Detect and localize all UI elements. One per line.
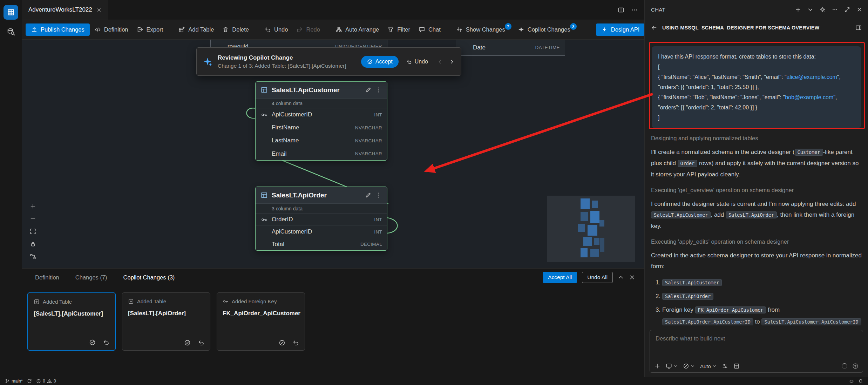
edit-table-icon[interactable]	[365, 192, 372, 198]
publish-changes-label: Publish Changes	[41, 26, 84, 33]
zoom-fit-button[interactable]	[28, 227, 38, 236]
notifications-bell[interactable]	[856, 379, 865, 384]
canvas-minimap[interactable]	[547, 196, 635, 262]
table-row[interactable]: Total DECIMAL	[256, 238, 387, 250]
chat-button[interactable]: Chat	[415, 23, 445, 36]
chevron-down-icon[interactable]	[807, 7, 813, 13]
email-link[interactable]: bob@example.com	[785, 94, 833, 100]
chevron-down-icon	[673, 364, 678, 368]
discard-change-icon[interactable]	[292, 339, 299, 346]
tab-definition[interactable]: Definition	[35, 274, 59, 281]
zoom-out-button[interactable]	[28, 214, 38, 223]
expand-icon[interactable]	[844, 7, 850, 13]
delete-button[interactable]: Delete	[218, 23, 253, 36]
auto-layout-button[interactable]	[28, 252, 38, 261]
instructions-icon[interactable]	[733, 363, 740, 369]
accept-change-icon[interactable]	[184, 339, 191, 346]
table-row[interactable]: Email NVARCHAR	[256, 147, 387, 160]
accept-change-icon[interactable]	[89, 339, 96, 346]
database-search-activity-button[interactable]	[4, 25, 18, 39]
model-picker[interactable]: Auto	[700, 363, 717, 369]
close-icon[interactable]	[96, 7, 102, 13]
publish-changes-button[interactable]: Publish Changes	[26, 23, 90, 36]
mode-picker[interactable]	[683, 363, 695, 369]
text-segment: I confirmed the designer state is curren…	[651, 201, 856, 207]
close-icon[interactable]	[856, 7, 862, 13]
table-menu-icon[interactable]	[375, 192, 382, 198]
sync-indicator[interactable]	[25, 379, 34, 384]
schema-designer-activity-button[interactable]	[4, 5, 18, 20]
edit-table-icon[interactable]	[365, 87, 372, 93]
table-card-apicustomer[interactable]: SalesLT.ApiCustomer 4 column data ApiCus…	[255, 81, 387, 161]
undo-icon	[406, 59, 412, 65]
tools-icon[interactable]	[722, 363, 728, 369]
more-icon[interactable]	[832, 7, 838, 13]
redo-button[interactable]: Redo	[292, 23, 324, 36]
tab-adventureworkslt2022[interactable]: AdventureWorksLT2022	[22, 0, 108, 20]
email-link[interactable]: alice@example.com	[787, 74, 837, 80]
filter-button[interactable]: Filter	[384, 23, 414, 36]
change-kind-label: Added Table	[137, 298, 166, 304]
definition-button[interactable]: Definition	[90, 23, 132, 36]
close-panel-icon[interactable]	[629, 274, 635, 281]
partial-table-row[interactable]: Date DATETIME	[456, 40, 565, 56]
collapse-panel-icon[interactable]	[618, 274, 624, 281]
undo-button[interactable]: Undo	[260, 23, 292, 36]
screen-context-picker[interactable]	[666, 363, 678, 369]
back-icon[interactable]	[651, 25, 657, 31]
new-chat-icon[interactable]	[795, 7, 801, 13]
copilot-status[interactable]	[847, 379, 856, 384]
text-segment: ",	[837, 74, 841, 80]
git-branch-indicator[interactable]: main*	[3, 379, 25, 384]
table-menu-icon[interactable]	[375, 87, 382, 93]
warning-icon	[47, 379, 52, 384]
monitor-icon	[666, 363, 672, 369]
table-row[interactable]: OrderID INT	[256, 214, 387, 226]
accept-change-button[interactable]: Accept	[361, 56, 399, 68]
show-changes-button[interactable]: Show Changes7	[452, 23, 513, 36]
problems-indicator[interactable]: 0 0	[34, 379, 58, 384]
table-row[interactable]: LastName NVARCHAR	[256, 134, 387, 147]
schema-canvas[interactable]: rowguid UNIQUEIDENTIFIER Date DATETIME R…	[22, 40, 644, 268]
accept-change-icon[interactable]	[279, 339, 285, 346]
auto-arrange-button[interactable]: Auto Arrange	[332, 23, 383, 36]
chat-thread-title: USING MSSQL_SCHEMA_DESIGNER FOR SCHEMA O…	[662, 25, 850, 31]
send-icon[interactable]	[852, 363, 859, 369]
design-api-button[interactable]: Design API	[596, 23, 645, 36]
lock-canvas-button[interactable]	[28, 239, 38, 249]
table-card-apiorder[interactable]: SalesLT.ApiOrder 3 column data OrderID I…	[255, 187, 387, 251]
column-name: Email	[272, 150, 287, 157]
tab-copilot-changes[interactable]: Copilot Changes (3)	[123, 274, 175, 281]
chat-scroll-area[interactable]: I have this API response format, create …	[645, 38, 868, 330]
designer-toolbar: Publish Changes Definition Export Add Ta…	[22, 20, 644, 40]
previous-change-icon[interactable]	[437, 59, 443, 65]
chat-input[interactable]: Describe what to build next Auto	[650, 330, 863, 373]
changes-panel: Definition Changes (7) Copilot Changes (…	[22, 268, 644, 377]
more-actions-icon[interactable]	[631, 7, 638, 13]
split-editor-icon[interactable]	[618, 7, 624, 13]
tab-changes[interactable]: Changes (7)	[75, 274, 107, 281]
table-row[interactable]: ApiCustomerID INT	[256, 226, 387, 238]
attach-icon[interactable]	[654, 363, 660, 369]
export-button[interactable]: Export	[133, 23, 167, 36]
table-row[interactable]: FirstName NVARCHAR	[256, 121, 387, 134]
change-card-apiorder[interactable]: Added Table [SalesLT].[ApiOrder]	[122, 292, 210, 351]
accept-all-button[interactable]: Accept All	[543, 272, 577, 283]
chat-paragraph: Created in the active schema designer to…	[651, 250, 862, 272]
copilot-changes-button[interactable]: Copilot Changes3	[514, 23, 578, 36]
undo-all-button[interactable]: Undo All	[582, 272, 613, 283]
undo-change-button[interactable]: Undo	[404, 56, 430, 68]
table-row[interactable]: ApiCustomerID INT	[256, 108, 387, 121]
key-icon	[223, 298, 229, 304]
change-card-apicustomer[interactable]: Added Table [SalesLT].[ApiCustomer]	[27, 292, 116, 351]
discard-change-icon[interactable]	[198, 339, 204, 346]
text-segment: { "firstName": "Bob", "lastName": "Jones…	[658, 94, 785, 100]
add-table-button[interactable]: Add Table	[175, 23, 218, 36]
discard-change-icon[interactable]	[103, 339, 109, 346]
gear-icon[interactable]	[820, 7, 826, 13]
next-change-icon[interactable]	[449, 59, 455, 65]
change-card-foreign-key[interactable]: Added Foreign Key FK_ApiOrder_ApiCustome…	[217, 292, 305, 351]
open-in-editor-icon[interactable]	[855, 25, 862, 31]
chat-message-line: ]	[658, 113, 855, 123]
zoom-in-button[interactable]	[28, 202, 38, 211]
